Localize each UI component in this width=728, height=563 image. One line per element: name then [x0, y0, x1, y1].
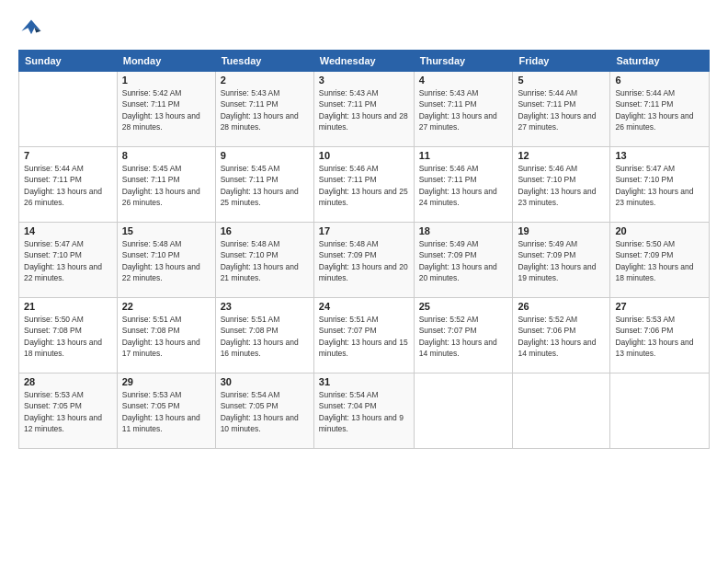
day-info: Sunrise: 5:45 AM Sunset: 7:11 PM Dayligh…: [221, 163, 309, 208]
weekday-header-tuesday: Tuesday: [215, 51, 313, 72]
day-number: 28: [24, 376, 112, 387]
day-info: Sunrise: 5:44 AM Sunset: 7:11 PM Dayligh…: [518, 87, 605, 132]
calendar-cell: 15 Sunrise: 5:48 AM Sunset: 7:10 PM Dayl…: [117, 223, 215, 298]
day-number: 8: [122, 150, 210, 161]
sunset-label: Sunset: 7:11 PM: [221, 99, 279, 109]
calendar-cell: 3 Sunrise: 5:43 AM Sunset: 7:11 PM Dayli…: [313, 72, 414, 147]
sunrise-label: Sunrise: 5:46 AM: [419, 164, 479, 173]
weekday-header-wednesday: Wednesday: [313, 51, 414, 72]
sunset-label: Sunset: 7:11 PM: [518, 99, 575, 109]
calendar-cell: 30 Sunrise: 5:54 AM Sunset: 7:05 PM Dayl…: [215, 373, 313, 449]
day-info: Sunrise: 5:47 AM Sunset: 7:10 PM Dayligh…: [615, 163, 704, 208]
sunrise-label: Sunrise: 5:43 AM: [319, 88, 379, 98]
day-number: 3: [319, 75, 409, 86]
calendar-cell: 16 Sunrise: 5:48 AM Sunset: 7:10 PM Dayl…: [215, 223, 313, 298]
day-info: Sunrise: 5:46 AM Sunset: 7:11 PM Dayligh…: [319, 163, 409, 208]
calendar-cell: 8 Sunrise: 5:45 AM Sunset: 7:11 PM Dayli…: [117, 147, 215, 223]
sunrise-label: Sunrise: 5:49 AM: [518, 239, 577, 248]
calendar-table: SundayMondayTuesdayWednesdayThursdayFrid…: [18, 50, 710, 449]
sunrise-label: Sunrise: 5:45 AM: [221, 164, 280, 173]
sunrise-label: Sunrise: 5:51 AM: [122, 315, 182, 324]
day-info: Sunrise: 5:54 AM Sunset: 7:04 PM Dayligh…: [319, 389, 409, 434]
day-info: Sunrise: 5:43 AM Sunset: 7:11 PM Dayligh…: [319, 87, 409, 132]
daylight-label: Daylight: 13 hours and 11 minutes.: [122, 413, 200, 433]
day-info: Sunrise: 5:43 AM Sunset: 7:11 PM Dayligh…: [419, 87, 508, 132]
day-number: 12: [518, 150, 605, 161]
sunset-label: Sunset: 7:05 PM: [221, 401, 279, 410]
day-info: Sunrise: 5:47 AM Sunset: 7:10 PM Dayligh…: [24, 238, 112, 283]
sunrise-label: Sunrise: 5:49 AM: [419, 239, 479, 248]
sunset-label: Sunset: 7:09 PM: [319, 250, 377, 259]
daylight-label: Daylight: 13 hours and 27 minutes.: [419, 111, 497, 132]
day-info: Sunrise: 5:49 AM Sunset: 7:09 PM Dayligh…: [419, 238, 508, 283]
day-number: 23: [221, 301, 309, 312]
sunrise-label: Sunrise: 5:44 AM: [615, 88, 675, 98]
daylight-label: Daylight: 13 hours and 12 minutes.: [24, 413, 102, 433]
daylight-label: Daylight: 13 hours and 25 minutes.: [221, 187, 299, 207]
sunset-label: Sunset: 7:09 PM: [615, 250, 673, 259]
day-info: Sunrise: 5:50 AM Sunset: 7:08 PM Dayligh…: [24, 314, 112, 359]
calendar-cell: 23 Sunrise: 5:51 AM Sunset: 7:08 PM Dayl…: [215, 298, 313, 373]
week-row-1: 1 Sunrise: 5:42 AM Sunset: 7:11 PM Dayli…: [19, 72, 710, 147]
calendar-cell: 17 Sunrise: 5:48 AM Sunset: 7:09 PM Dayl…: [313, 223, 414, 298]
calendar-cell: [513, 373, 610, 449]
sunset-label: Sunset: 7:09 PM: [518, 250, 575, 259]
sunset-label: Sunset: 7:11 PM: [419, 99, 477, 109]
day-info: Sunrise: 5:52 AM Sunset: 7:07 PM Dayligh…: [419, 314, 508, 359]
daylight-label: Daylight: 13 hours and 9 minutes.: [319, 413, 404, 433]
sunrise-label: Sunrise: 5:44 AM: [24, 164, 84, 173]
sunset-label: Sunset: 7:05 PM: [122, 401, 180, 410]
sunset-label: Sunset: 7:10 PM: [221, 250, 279, 259]
daylight-label: Daylight: 13 hours and 16 minutes.: [221, 338, 299, 358]
day-number: 16: [221, 225, 309, 236]
daylight-label: Daylight: 13 hours and 20 minutes.: [419, 262, 497, 282]
sunrise-label: Sunrise: 5:43 AM: [221, 88, 280, 98]
calendar-cell: 2 Sunrise: 5:43 AM Sunset: 7:11 PM Dayli…: [215, 72, 313, 147]
sunset-label: Sunset: 7:04 PM: [319, 401, 377, 410]
svg-marker-0: [22, 20, 41, 35]
day-number: 1: [122, 75, 210, 86]
day-info: Sunrise: 5:51 AM Sunset: 7:08 PM Dayligh…: [122, 314, 210, 359]
calendar-cell: 18 Sunrise: 5:49 AM Sunset: 7:09 PM Dayl…: [414, 223, 513, 298]
sunrise-label: Sunrise: 5:47 AM: [24, 239, 84, 248]
day-info: Sunrise: 5:54 AM Sunset: 7:05 PM Dayligh…: [221, 389, 309, 434]
sunset-label: Sunset: 7:10 PM: [518, 175, 575, 184]
day-info: Sunrise: 5:51 AM Sunset: 7:08 PM Dayligh…: [221, 314, 309, 359]
day-number: 10: [319, 150, 409, 161]
sunrise-label: Sunrise: 5:52 AM: [518, 315, 577, 324]
sunrise-label: Sunrise: 5:50 AM: [24, 315, 84, 324]
calendar-cell: 13 Sunrise: 5:47 AM Sunset: 7:10 PM Dayl…: [610, 147, 710, 223]
logo: [18, 17, 48, 42]
daylight-label: Daylight: 13 hours and 27 minutes.: [518, 111, 596, 132]
calendar-cell: 11 Sunrise: 5:46 AM Sunset: 7:11 PM Dayl…: [414, 147, 513, 223]
daylight-label: Daylight: 13 hours and 26 minutes.: [122, 187, 200, 207]
weekday-header-friday: Friday: [513, 51, 610, 72]
day-number: 27: [615, 301, 704, 312]
page: SundayMondayTuesdayWednesdayThursdayFrid…: [0, 0, 728, 563]
weekday-header-row: SundayMondayTuesdayWednesdayThursdayFrid…: [19, 51, 710, 72]
daylight-label: Daylight: 13 hours and 18 minutes.: [24, 338, 102, 358]
day-info: Sunrise: 5:42 AM Sunset: 7:11 PM Dayligh…: [122, 87, 210, 132]
day-number: 19: [518, 225, 605, 236]
sunset-label: Sunset: 7:05 PM: [24, 401, 82, 410]
calendar-cell: 10 Sunrise: 5:46 AM Sunset: 7:11 PM Dayl…: [313, 147, 414, 223]
week-row-2: 7 Sunrise: 5:44 AM Sunset: 7:11 PM Dayli…: [19, 147, 710, 223]
day-info: Sunrise: 5:48 AM Sunset: 7:10 PM Dayligh…: [122, 238, 210, 283]
calendar-cell: 31 Sunrise: 5:54 AM Sunset: 7:04 PM Dayl…: [313, 373, 414, 449]
calendar-cell: 9 Sunrise: 5:45 AM Sunset: 7:11 PM Dayli…: [215, 147, 313, 223]
day-info: Sunrise: 5:48 AM Sunset: 7:10 PM Dayligh…: [221, 238, 309, 283]
sunrise-label: Sunrise: 5:47 AM: [615, 164, 675, 173]
sunset-label: Sunset: 7:08 PM: [24, 326, 82, 335]
sunrise-label: Sunrise: 5:46 AM: [518, 164, 577, 173]
day-info: Sunrise: 5:43 AM Sunset: 7:11 PM Dayligh…: [221, 87, 309, 132]
daylight-label: Daylight: 13 hours and 14 minutes.: [518, 338, 596, 358]
day-number: 11: [419, 150, 508, 161]
day-number: 18: [419, 225, 508, 236]
day-info: Sunrise: 5:53 AM Sunset: 7:05 PM Dayligh…: [122, 389, 210, 434]
header: [18, 17, 710, 42]
sunrise-label: Sunrise: 5:51 AM: [221, 315, 280, 324]
day-number: 6: [615, 75, 704, 86]
sunrise-label: Sunrise: 5:48 AM: [122, 239, 182, 248]
calendar-cell: 19 Sunrise: 5:49 AM Sunset: 7:09 PM Dayl…: [513, 223, 610, 298]
day-info: Sunrise: 5:53 AM Sunset: 7:06 PM Dayligh…: [615, 314, 704, 359]
